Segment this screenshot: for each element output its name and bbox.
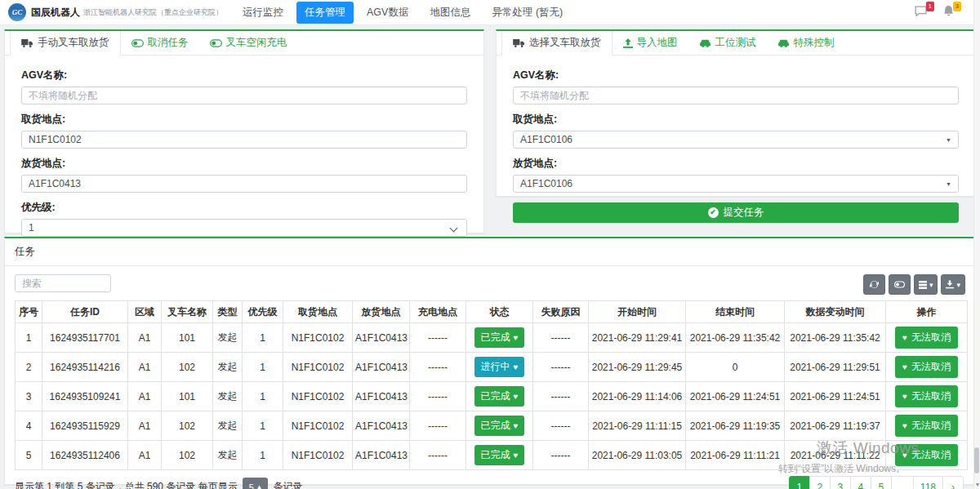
cannot-cancel-button[interactable]: ♥无法取消 bbox=[895, 385, 958, 407]
cell-dropoff: A1F1C0413 bbox=[353, 353, 410, 382]
cell-pickup: N1F1C0102 bbox=[283, 323, 353, 353]
bell-notification-button[interactable]: 3 bbox=[943, 6, 954, 19]
pickup-label: 取货地点: bbox=[21, 113, 467, 127]
search-input[interactable] bbox=[15, 274, 111, 292]
dropoff-select[interactable]: A1F1C0106 ▼ bbox=[513, 175, 959, 193]
dropoff-input[interactable] bbox=[21, 175, 467, 193]
header-change-time: 数据变动时间 bbox=[785, 301, 886, 323]
page-next-button[interactable]: › bbox=[942, 476, 964, 489]
cell-type: 发起 bbox=[213, 411, 243, 441]
heart-icon: ♥ bbox=[514, 421, 519, 430]
page-button-3[interactable]: 3 bbox=[830, 476, 851, 489]
status-badge: 已完成♥ bbox=[474, 327, 525, 348]
tab-select-pick-drop[interactable]: 选择叉车取放货 bbox=[501, 31, 612, 56]
caret-down-icon: ▼ bbox=[946, 137, 951, 143]
right-panel-tabs: 选择叉车取放货 导入地图 工位测试 特殊控制 bbox=[497, 31, 975, 56]
tab-label: 选择叉车取放货 bbox=[529, 36, 601, 50]
cell-forklift: 102 bbox=[162, 411, 213, 441]
cell-fail-reason: ------ bbox=[533, 323, 589, 353]
nav-item-map-info[interactable]: 地图信息 bbox=[421, 2, 479, 24]
tab-label: 叉车空闲充电 bbox=[226, 36, 287, 50]
cannot-cancel-button[interactable]: ♥无法取消 bbox=[895, 356, 958, 378]
cell-action: ♥无法取消 bbox=[886, 382, 968, 411]
header-area: 区域 bbox=[128, 301, 162, 323]
columns-button[interactable]: ▾ bbox=[914, 274, 938, 295]
header-action: 操作 bbox=[886, 301, 968, 323]
page-button-1[interactable]: 1 bbox=[789, 476, 810, 489]
refresh-button[interactable] bbox=[863, 274, 885, 295]
cell-task-id: 1624935117701 bbox=[42, 323, 128, 353]
tab-label: 手动叉车取放货 bbox=[38, 36, 109, 50]
nav-item-task-management[interactable]: 任务管理 bbox=[296, 2, 354, 24]
cell-change-time: 2021-06-29 11:29:51 bbox=[785, 353, 886, 382]
nav-item-monitor[interactable]: 运行监控 bbox=[234, 2, 292, 24]
cannot-cancel-button[interactable]: ♥无法取消 bbox=[895, 415, 958, 437]
page-size-button[interactable]: 5 ▴ bbox=[243, 478, 269, 489]
cell-end-time: 2021-06-29 11:24:51 bbox=[686, 382, 785, 411]
export-button[interactable]: ▾ bbox=[941, 274, 965, 295]
header-status: 状态 bbox=[466, 301, 533, 323]
table-row: 5 1624935112406 A1 102 发起 1 N1F1C0102 A1… bbox=[16, 441, 968, 470]
page-button-4[interactable]: 4 bbox=[850, 476, 871, 489]
cell-fail-reason: ------ bbox=[533, 353, 589, 382]
manual-task-form: AGV名称: 取货地点: 放货地点: 优先级: 1 ✔ 提交任务 bbox=[5, 56, 483, 267]
toggle-view-button[interactable] bbox=[889, 274, 911, 295]
cell-pickup: N1F1C0102 bbox=[283, 353, 353, 382]
pickup-select[interactable]: A1F1C0106 ▼ bbox=[513, 131, 959, 149]
priority-select[interactable]: 1 bbox=[21, 219, 467, 237]
heart-icon: ♥ bbox=[514, 451, 519, 460]
tab-special-control[interactable]: 特殊控制 bbox=[767, 31, 845, 55]
select-forklift-panel: 选择叉车取放货 导入地图 工位测试 特殊控制 AGV名称: 取货地点: A1F1… bbox=[496, 29, 976, 197]
cell-end-time: 2021-06-29 11:19:35 bbox=[686, 411, 785, 441]
cell-task-id: 1624935115929 bbox=[42, 411, 128, 441]
submit-task-button[interactable]: ✔ 提交任务 bbox=[513, 202, 959, 223]
tab-idle-charge[interactable]: 叉车空闲充电 bbox=[199, 31, 298, 55]
cell-fail-reason: ------ bbox=[533, 411, 589, 441]
page-button-2[interactable]: 2 bbox=[809, 476, 831, 489]
cell-change-time: 2021-06-29 11:35:42 bbox=[785, 323, 886, 353]
status-text: 已完成 bbox=[481, 419, 510, 433]
cell-seq: 1 bbox=[16, 323, 42, 353]
cannot-cancel-button[interactable]: ♥无法取消 bbox=[895, 444, 958, 466]
cancel-label: 无法取消 bbox=[911, 448, 951, 462]
cancel-label: 无法取消 bbox=[911, 360, 951, 374]
agv-name-input[interactable] bbox=[21, 87, 467, 104]
caret-down-icon: ▾ bbox=[956, 281, 960, 289]
brand-subtitle: 浙江智能机器人研究院（重点企业研究院） bbox=[83, 7, 223, 18]
nav-item-exception[interactable]: 异常处理 (暂无) bbox=[483, 2, 571, 24]
cell-dropoff: A1F1C0413 bbox=[353, 441, 410, 470]
tab-import-map[interactable]: 导入地图 bbox=[612, 31, 688, 55]
tab-manual-pick-drop[interactable]: 手动叉车取放货 bbox=[10, 31, 121, 56]
tab-cancel-task[interactable]: 取消任务 bbox=[121, 31, 199, 55]
cell-area: A1 bbox=[128, 353, 162, 382]
task-panel-title: 任务 bbox=[5, 238, 975, 266]
cell-task-id: 1624935109241 bbox=[42, 382, 128, 411]
pickup-input[interactable] bbox=[21, 131, 467, 149]
header-seq: 序号 bbox=[16, 301, 42, 323]
page-button-118[interactable]: 118 bbox=[913, 476, 943, 489]
brand-logo: GC bbox=[8, 3, 26, 21]
comment-notification-button[interactable]: 1 bbox=[915, 6, 927, 19]
scrollbar-down-arrow[interactable]: ▼ bbox=[974, 482, 980, 487]
cell-action: ♥无法取消 bbox=[886, 323, 968, 353]
page-button-5[interactable]: 5 bbox=[871, 476, 892, 489]
dropoff-value: A1F1C0106 bbox=[520, 178, 572, 189]
header-dropoff: 放货地点 bbox=[353, 301, 410, 323]
vertical-scrollbar[interactable]: ▼ bbox=[973, 0, 980, 489]
nav-item-agv-data[interactable]: AGV数据 bbox=[359, 2, 416, 24]
top-navbar: GC 国辰机器人 浙江智能机器人研究院（重点企业研究院） 运行监控 任务管理 A… bbox=[0, 0, 980, 25]
scrollbar-thumb[interactable] bbox=[974, 447, 979, 473]
task-list-panel: 任务 ▾ ▾ 序号 bbox=[4, 237, 976, 485]
cannot-cancel-button[interactable]: ♥无法取消 bbox=[895, 327, 958, 349]
header-priority: 优先级 bbox=[243, 301, 283, 323]
table-footer: 显示第 1 到第 5 条记录，总共 590 条记录 每页显示 5 ▴ 条记录 1… bbox=[15, 476, 965, 489]
task-table: 序号 任务ID 区域 叉车名称 类型 优先级 取货地点 放货地点 充电地点 状态… bbox=[15, 300, 968, 470]
columns-icon bbox=[919, 281, 927, 289]
agv-name-input[interactable] bbox=[513, 87, 959, 104]
table-header-row: 序号 任务ID 区域 叉车名称 类型 优先级 取货地点 放货地点 充电地点 状态… bbox=[16, 301, 968, 323]
cell-start-time: 2021-06-29 11:11:15 bbox=[589, 411, 686, 441]
tab-station-test[interactable]: 工位测试 bbox=[688, 31, 767, 55]
brand-name: 国辰机器人 bbox=[31, 6, 80, 20]
cell-charge: ------ bbox=[410, 441, 466, 470]
page-ellipsis[interactable]: ... bbox=[891, 476, 914, 489]
